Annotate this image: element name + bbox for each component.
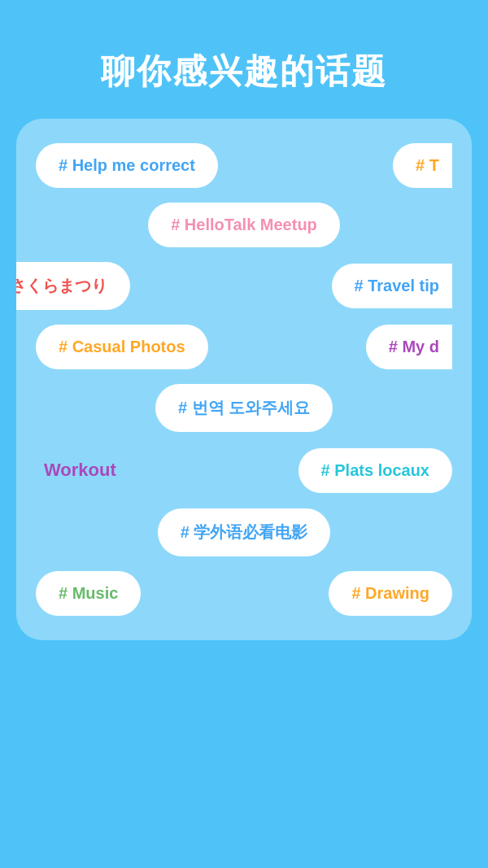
tag-sakura-matsuri[interactable]: さくらまつり: [16, 262, 130, 310]
tag-workout[interactable]: Workout: [36, 447, 124, 494]
tag-casual-photos[interactable]: # Casual Photos: [36, 325, 208, 369]
tag-row-1: # Help me correct # T: [36, 143, 452, 188]
tag-language-movie[interactable]: # 学外语必看电影: [158, 508, 331, 556]
page-header: 聊你感兴趣的话题: [0, 0, 488, 119]
tag-row-5: # 번역 도와주세요: [36, 384, 452, 432]
tag-music[interactable]: # Music: [36, 571, 141, 616]
tag-row-3: さくらまつり # Travel tip: [36, 262, 452, 310]
tag-drawing[interactable]: # Drawing: [329, 571, 452, 616]
page-title: 聊你感兴趣的话题: [16, 49, 472, 94]
topics-card: # Help me correct # T # HelloTalk Meetup…: [16, 119, 472, 640]
tag-my-d[interactable]: # My d: [366, 325, 452, 369]
tag-hellotalk-meetup[interactable]: # HelloTalk Meetup: [148, 203, 340, 247]
tag-t[interactable]: # T: [393, 143, 452, 188]
tag-help-me-correct[interactable]: # Help me correct: [36, 143, 218, 188]
tag-plats-locaux[interactable]: # Plats locaux: [298, 448, 452, 493]
tag-row-2: # HelloTalk Meetup: [36, 203, 452, 247]
tag-travel-tip[interactable]: # Travel tip: [332, 264, 453, 308]
tag-translation-help[interactable]: # 번역 도와주세요: [155, 384, 333, 432]
tag-row-6: Workout # Plats locaux: [36, 447, 452, 494]
tag-row-8: # Music # Drawing: [36, 571, 452, 616]
tag-row-4: # Casual Photos # My d: [36, 325, 452, 369]
tag-row-7: # 学外语必看电影: [36, 508, 452, 556]
